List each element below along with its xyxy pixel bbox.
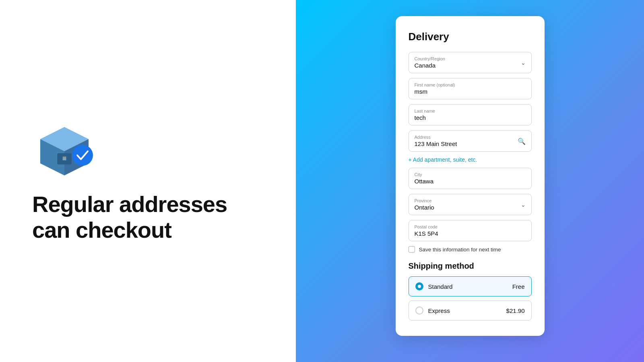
first-name-value: msm <box>415 88 526 95</box>
shipping-name-express: Express <box>428 307 502 314</box>
city-value: Ottawa <box>415 178 526 185</box>
country-value: Canada <box>415 62 526 69</box>
country-field[interactable]: Country/Region Canada ⌄ <box>409 52 532 73</box>
postal-code-field[interactable]: Postal code K1S 5P4 <box>409 220 532 241</box>
radio-express <box>415 306 423 315</box>
country-label: Country/Region <box>415 56 526 61</box>
last-name-field[interactable]: Last name tech <box>409 104 532 125</box>
shipping-name-standard: Standard <box>428 283 508 290</box>
first-name-field[interactable]: First name (optional) msm <box>409 78 532 99</box>
svg-point-6 <box>72 145 93 166</box>
last-name-value: tech <box>415 114 526 121</box>
headline-line1: Regular addresses <box>32 191 227 217</box>
address-field[interactable]: Address 123 Main Street 🔍 <box>409 130 532 152</box>
delivery-title: Delivery <box>409 31 532 43</box>
shipping-price-express: $21.90 <box>506 307 525 314</box>
shipping-option-standard[interactable]: Standard Free <box>409 276 532 296</box>
shipping-title: Shipping method <box>409 261 532 271</box>
shipping-price-standard: Free <box>512 283 525 290</box>
radio-standard <box>415 282 423 290</box>
postal-value: K1S 5P4 <box>415 230 526 237</box>
province-field[interactable]: Province Ontario ⌄ <box>409 194 532 215</box>
province-label: Province <box>415 198 526 203</box>
province-value: Ontario <box>415 204 526 211</box>
postal-label: Postal code <box>415 224 526 229</box>
address-value: 123 Main Street <box>415 140 526 147</box>
logo-area: ≡ <box>32 119 264 175</box>
chevron-down-icon-province: ⌄ <box>521 202 526 208</box>
left-panel: ≡ Regular addresses can checkout <box>0 0 296 362</box>
delivery-card: Delivery Country/Region Canada ⌄ First n… <box>396 16 545 336</box>
city-field[interactable]: City Ottawa <box>409 168 532 189</box>
last-name-label: Last name <box>415 109 526 113</box>
first-name-label: First name (optional) <box>415 82 526 87</box>
svg-text:≡: ≡ <box>62 154 67 162</box>
chevron-down-icon: ⌄ <box>521 60 526 66</box>
right-panel: Delivery Country/Region Canada ⌄ First n… <box>296 0 644 362</box>
headline: Regular addresses can checkout <box>32 191 264 243</box>
search-icon: 🔍 <box>518 137 526 145</box>
shipping-option-express[interactable]: Express $21.90 <box>409 300 532 321</box>
headline-line2: can checkout <box>32 217 171 243</box>
address-label: Address <box>415 135 526 140</box>
save-info-checkbox[interactable] <box>409 246 415 253</box>
save-info-row: Save this information for next time <box>409 246 532 253</box>
city-label: City <box>415 172 526 177</box>
box-icon: ≡ <box>32 119 97 175</box>
add-apartment-link[interactable]: + Add apartment, suite, etc. <box>409 156 532 163</box>
save-info-label: Save this information for next time <box>419 247 501 253</box>
